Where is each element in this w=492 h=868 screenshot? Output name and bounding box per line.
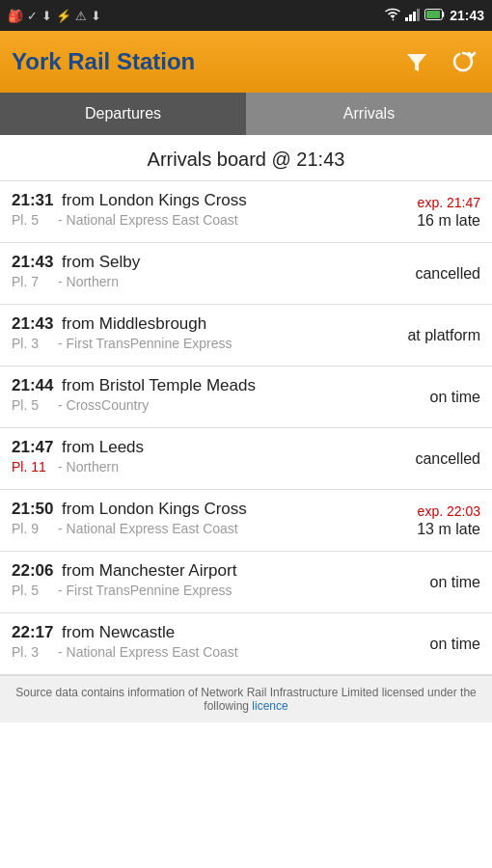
refresh-button[interactable] <box>446 44 480 79</box>
status-icons-left: 🎒 ✓ ⬇ ⚡ ⚠ ⬇ <box>8 9 101 23</box>
status-bar: 🎒 ✓ ⬇ ⚡ ⚠ ⬇ <box>0 0 492 31</box>
tab-departures[interactable]: Departures <box>0 93 246 135</box>
train-main-line: 21:43 from Selby <box>12 253 384 272</box>
tab-arrivals[interactable]: Arrivals <box>246 93 492 135</box>
train-main-line: 21:50 from London Kings Cross <box>12 500 384 519</box>
train-left: 21:50 from London Kings Cross Pl. 9 - Na… <box>12 500 384 541</box>
train-entry: 21:50 from London Kings Cross Pl. 9 - Na… <box>0 490 492 552</box>
train-status: exp. 21:47 16 m late <box>384 191 480 232</box>
train-status: exp. 22:03 13 m late <box>384 500 480 541</box>
status-time: 21:43 <box>450 8 484 23</box>
status-on-time: on time <box>430 636 480 653</box>
train-entry: 21:47 from Leeds Pl. 11 - Northern cance… <box>0 428 492 490</box>
train-scheduled-time: 21:44 <box>12 376 54 395</box>
train-scheduled-time: 22:06 <box>12 561 54 581</box>
status-on-time: on time <box>430 574 480 591</box>
train-sub-line: Pl. 3 - National Express East Coast <box>12 644 384 660</box>
download-icon: ⬇ <box>41 9 52 23</box>
train-platform: Pl. 3 <box>12 644 54 660</box>
train-sub-line: Pl. 5 - National Express East Coast <box>12 212 384 228</box>
train-entry: 21:44 from Bristol Temple Meads Pl. 5 - … <box>0 366 492 428</box>
train-entry: 21:43 from Selby Pl. 7 - Northern cancel… <box>0 243 492 305</box>
train-scheduled-time: 21:47 <box>12 438 54 457</box>
status-late: 16 m late <box>417 212 480 230</box>
train-platform: Pl. 5 <box>12 583 54 598</box>
train-operator: - Northern <box>58 459 119 475</box>
train-status: cancelled <box>384 253 480 294</box>
train-operator: - First TransPennine Express <box>58 336 232 351</box>
train-operator: - First TransPennine Express <box>58 583 232 598</box>
train-entry: 21:43 from Middlesbrough Pl. 3 - First T… <box>0 305 492 366</box>
train-operator: - National Express East Coast <box>58 521 238 536</box>
train-status: on time <box>384 561 480 603</box>
train-status: on time <box>384 623 480 665</box>
train-status: on time <box>384 376 480 418</box>
train-sub-line: Pl. 3 - First TransPennine Express <box>12 336 384 351</box>
svg-rect-5 <box>426 11 440 18</box>
train-main-line: 21:44 from Bristol Temple Meads <box>12 376 384 395</box>
train-operator: - CrossCountry <box>58 397 149 413</box>
svg-rect-1 <box>409 14 412 21</box>
train-platform: Pl. 5 <box>12 397 54 413</box>
train-main-line: 22:06 from Manchester Airport <box>12 561 384 581</box>
train-entry: 22:06 from Manchester Airport Pl. 5 - Fi… <box>0 552 492 613</box>
status-late: 13 m late <box>417 521 480 538</box>
train-platform: Pl. 9 <box>12 521 54 536</box>
train-main-line: 22:17 from Newcastle <box>12 623 384 642</box>
train-sub-line: Pl. 9 - National Express East Coast <box>12 521 384 536</box>
train-left: 21:44 from Bristol Temple Meads Pl. 5 - … <box>12 376 384 418</box>
train-scheduled-time: 22:17 <box>12 623 54 642</box>
arrivals-list: 21:31 from London Kings Cross Pl. 5 - Na… <box>0 180 492 675</box>
train-platform: Pl. 3 <box>12 336 54 351</box>
train-sub-line: Pl. 11 - Northern <box>12 459 384 475</box>
train-entry: 21:31 from London Kings Cross Pl. 5 - Na… <box>0 181 492 243</box>
train-left: 21:43 from Selby Pl. 7 - Northern <box>12 253 384 294</box>
status-cancelled: cancelled <box>415 265 480 283</box>
train-main-line: 21:47 from Leeds <box>12 438 384 457</box>
status-exp: exp. 21:47 <box>418 195 480 210</box>
train-entry: 22:17 from Newcastle Pl. 3 - National Ex… <box>0 613 492 675</box>
page-title: York Rail Station <box>12 48 195 75</box>
train-operator: - National Express East Coast <box>58 644 238 660</box>
train-destination: from Middlesbrough <box>62 314 206 334</box>
train-sub-line: Pl. 5 - First TransPennine Express <box>12 583 384 598</box>
status-at-platform: at platform <box>407 327 480 344</box>
train-operator: - Northern <box>58 274 119 289</box>
tabs: Departures Arrivals <box>0 93 492 135</box>
status-exp: exp. 22:03 <box>418 503 480 519</box>
train-destination: from London Kings Cross <box>62 500 247 519</box>
train-sub-line: Pl. 7 - Northern <box>12 274 384 289</box>
footer: Source data contains information of Netw… <box>0 675 492 722</box>
signal-icon <box>405 8 421 24</box>
train-left: 22:17 from Newcastle Pl. 3 - National Ex… <box>12 623 384 665</box>
train-destination: from Selby <box>62 253 140 272</box>
train-left: 21:31 from London Kings Cross Pl. 5 - Na… <box>12 191 384 232</box>
download2-icon: ⬇ <box>91 9 101 23</box>
filter-button[interactable] <box>399 44 434 79</box>
bag-icon: 🎒 <box>8 9 23 23</box>
train-left: 21:47 from Leeds Pl. 11 - Northern <box>12 438 384 479</box>
train-operator: - National Express East Coast <box>58 212 238 228</box>
train-status: cancelled <box>384 438 480 479</box>
svg-rect-0 <box>405 17 408 21</box>
svg-rect-2 <box>413 12 416 21</box>
battery-icon <box>424 9 446 23</box>
train-platform: Pl. 11 <box>12 459 54 475</box>
header-actions <box>399 44 480 79</box>
footer-link[interactable]: licence <box>252 699 287 713</box>
train-destination: from Leeds <box>62 438 144 457</box>
train-platform: Pl. 7 <box>12 274 54 289</box>
wifi-icon <box>384 8 401 24</box>
train-destination: from Manchester Airport <box>62 561 236 581</box>
status-cancelled: cancelled <box>415 450 480 468</box>
train-scheduled-time: 21:43 <box>12 314 54 334</box>
train-scheduled-time: 21:43 <box>12 253 54 272</box>
board-title: Arrivals board @ 21:43 <box>0 135 492 180</box>
train-destination: from London Kings Cross <box>62 191 247 210</box>
footer-text: Source data contains information of Netw… <box>15 686 477 713</box>
alert-icon: ⚠ <box>75 9 87 23</box>
train-left: 22:06 from Manchester Airport Pl. 5 - Fi… <box>12 561 384 603</box>
svg-rect-3 <box>417 9 420 21</box>
train-scheduled-time: 21:31 <box>12 191 54 210</box>
train-status: at platform <box>384 314 480 356</box>
